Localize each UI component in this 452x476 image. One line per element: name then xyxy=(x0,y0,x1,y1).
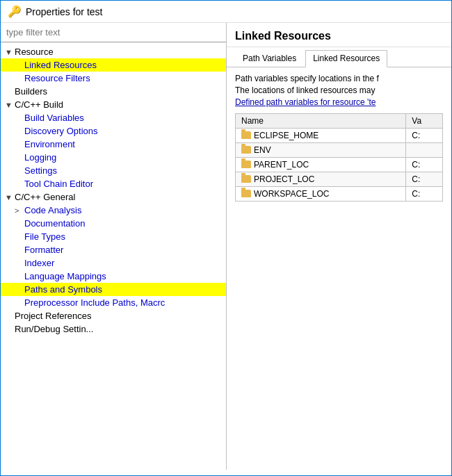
search-input[interactable] xyxy=(1,23,226,42)
table-label: Defined path variables for resource 'te xyxy=(235,97,443,108)
toggle-icon: > xyxy=(15,206,23,215)
table-row[interactable]: ECLIPSE_HOMEC: xyxy=(236,129,443,143)
right-panel: Linked Resources Path VariablesLinked Re… xyxy=(227,23,451,470)
table-row[interactable]: WORKSPACE_LOCC: xyxy=(236,187,443,202)
cell-value xyxy=(406,143,443,158)
path-variables-table: NameVa ECLIPSE_HOMEC:ENVPARENT_LOCC:PROJ… xyxy=(235,113,443,202)
page-title: Properties for test xyxy=(26,6,103,17)
tree-label: Settings xyxy=(24,165,57,176)
key-icon: 🔑 xyxy=(8,5,22,18)
tree-label: Logging xyxy=(24,152,56,163)
main-content: ▼Resource Linked Resources Resource Filt… xyxy=(1,23,451,470)
tree-item-indexer[interactable]: Indexer xyxy=(1,256,226,270)
tree-item-file-types[interactable]: File Types xyxy=(1,230,226,243)
tree-label: Preprocessor Include Paths, Macrc xyxy=(24,297,165,308)
tree-item-tool-chain-editor[interactable]: Tool Chain Editor xyxy=(1,177,226,190)
cell-name: PARENT_LOC xyxy=(236,158,406,172)
folder-icon xyxy=(241,146,251,154)
right-panel-title: Linked Resources xyxy=(227,23,451,47)
table-row[interactable]: ENV xyxy=(236,143,443,158)
table-row[interactable]: PARENT_LOCC: xyxy=(236,158,443,172)
tree-item-paths-and-symbols[interactable]: Paths and Symbols xyxy=(1,283,226,296)
tree-label: File Types xyxy=(24,231,65,242)
tree-label: Build Variables xyxy=(24,113,84,123)
tree-item-settings[interactable]: Settings xyxy=(1,164,226,177)
table-row[interactable]: PROJECT_LOCC: xyxy=(236,172,443,187)
tree-item-preprocessor[interactable]: Preprocessor Include Paths, Macrc xyxy=(1,296,226,309)
tree-item-builders[interactable]: Builders xyxy=(1,85,226,98)
cell-value: C: xyxy=(406,187,443,202)
right-content: Path variables specify locations in the … xyxy=(227,67,451,470)
cell-value: C: xyxy=(406,158,443,172)
tree-item-documentation[interactable]: Documentation xyxy=(1,217,226,230)
tree-label: Resource xyxy=(15,47,54,57)
tree-label: C/C++ Build xyxy=(15,99,63,110)
tree-item-run-debug[interactable]: Run/Debug Settin... xyxy=(1,322,226,336)
folder-icon xyxy=(241,161,251,168)
tree-label: Formatter xyxy=(24,245,63,255)
tree-label: Documentation xyxy=(24,218,85,229)
folder-icon xyxy=(241,131,251,139)
tree-label: Paths and Symbols xyxy=(24,284,102,295)
tree-label: Project References xyxy=(15,311,92,321)
tree-label: Language Mappings xyxy=(24,271,106,281)
toggle-icon: ▼ xyxy=(5,193,13,202)
column-name: Name xyxy=(236,114,406,129)
tree-item-resource[interactable]: ▼Resource xyxy=(1,45,226,58)
tree-item-language-mappings[interactable]: Language Mappings xyxy=(1,270,226,283)
desc-line-2: The locations of linked resources may xyxy=(235,85,443,97)
tree-item-formatter[interactable]: Formatter xyxy=(1,243,226,256)
tree-label: Resource Filters xyxy=(24,73,90,83)
tree-item-resource-filters[interactable]: Resource Filters xyxy=(1,72,226,85)
tab-linked-resources[interactable]: Linked Resources xyxy=(305,50,387,67)
tree-label: C/C++ General xyxy=(15,192,75,202)
tree-item-project-references[interactable]: Project References xyxy=(1,309,226,322)
cell-name: ENV xyxy=(236,143,406,158)
tree-item-code-analysis[interactable]: >Code Analysis xyxy=(1,204,226,217)
tab-path-variables[interactable]: Path Variables xyxy=(235,50,304,67)
desc-line-1: Path variables specify locations in the … xyxy=(235,73,443,85)
tree-item-ccpp-build[interactable]: ▼C/C++ Build xyxy=(1,98,226,111)
tree-label: Environment xyxy=(24,139,75,149)
tree-item-ccpp-general[interactable]: ▼C/C++ General xyxy=(1,190,226,204)
tree-item-build-variables[interactable]: Build Variables xyxy=(1,111,226,124)
tree-container: ▼Resource Linked Resources Resource Filt… xyxy=(1,42,226,470)
tree-label: Code Analysis xyxy=(24,205,81,215)
tree-label: Discovery Options xyxy=(24,126,97,136)
tree-label: Run/Debug Settin... xyxy=(15,324,93,334)
toggle-icon: ▼ xyxy=(5,48,13,56)
tree-item-logging[interactable]: Logging xyxy=(1,151,226,164)
description-block: Path variables specify locations in the … xyxy=(235,73,443,108)
cell-value: C: xyxy=(406,129,443,143)
folder-icon xyxy=(241,190,251,197)
folder-icon xyxy=(241,175,251,183)
tree-label: Indexer xyxy=(24,258,54,268)
tree-item-environment[interactable]: Environment xyxy=(1,138,226,151)
cell-value: C: xyxy=(406,172,443,187)
tree-item-discovery-options[interactable]: Discovery Options xyxy=(1,124,226,138)
cell-name: PROJECT_LOC xyxy=(236,172,406,187)
column-va: Va xyxy=(406,114,443,129)
left-panel: ▼Resource Linked Resources Resource Filt… xyxy=(1,23,227,470)
cell-name: ECLIPSE_HOME xyxy=(236,129,406,143)
tree-label: Tool Chain Editor xyxy=(24,179,93,189)
toggle-icon: ▼ xyxy=(5,101,13,109)
tree-item-linked-resources[interactable]: Linked Resources xyxy=(1,58,226,72)
tabs-bar: Path VariablesLinked Resources xyxy=(227,47,451,67)
title-bar: 🔑 Properties for test xyxy=(1,1,451,23)
cell-name: WORKSPACE_LOC xyxy=(236,187,406,202)
tree-label: Builders xyxy=(15,86,47,97)
tree-label: Linked Resources xyxy=(24,60,97,70)
